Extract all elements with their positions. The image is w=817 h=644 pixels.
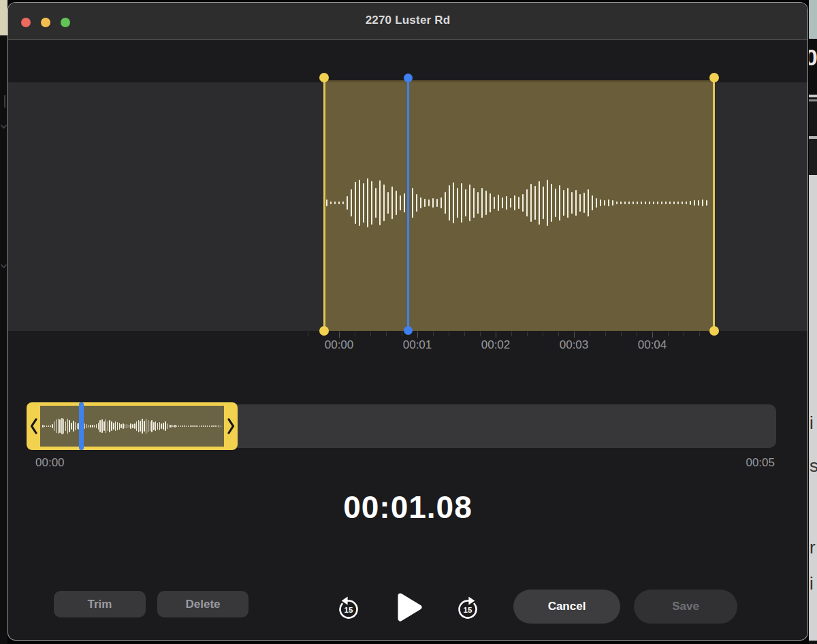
waveform-bar	[65, 421, 67, 431]
waveform-bar	[404, 193, 405, 212]
overview-playhead[interactable]	[79, 402, 84, 450]
waveform-bar	[616, 202, 618, 204]
ruler-minor-tick	[511, 332, 512, 336]
waveform-bar	[48, 425, 49, 427]
waveform-bar	[117, 422, 118, 430]
trim-handle-right-top-dot[interactable]	[709, 73, 719, 82]
trim-handle-left-bottom-dot[interactable]	[319, 326, 329, 336]
waveform-bar	[127, 424, 128, 429]
background-content-fragment	[809, 101, 817, 136]
waveform-bar	[396, 191, 397, 215]
trim-handle-right[interactable]	[713, 78, 715, 331]
waveform-bar	[84, 423, 86, 429]
waveform-bar	[653, 202, 654, 204]
cancel-button[interactable]: Cancel	[513, 590, 620, 624]
waveform-bar	[367, 178, 368, 227]
waveform-bar	[109, 420, 110, 432]
waveform-bar	[123, 423, 124, 429]
overview-left-handle[interactable]	[27, 402, 40, 450]
waveform-bar	[383, 184, 385, 221]
waveform-bar	[436, 199, 438, 207]
waveform-bar	[169, 425, 170, 428]
waveform-bar	[347, 196, 348, 210]
waveform-bar	[563, 190, 564, 215]
waveform-bar	[494, 197, 495, 209]
waveform-bar	[138, 420, 140, 433]
ruler-minor-tick	[370, 332, 371, 336]
waveform-bar	[665, 202, 667, 204]
waveform-bar	[498, 195, 499, 210]
waveform-bar	[94, 425, 95, 428]
waveform-bar	[221, 425, 222, 427]
waveform-bar	[596, 198, 597, 208]
waveform-bar	[661, 202, 662, 204]
waveform-bar	[211, 425, 212, 427]
waveform-bar	[530, 184, 532, 222]
ruler-minor-tick	[543, 332, 543, 336]
waveform-bar	[161, 423, 162, 429]
ruler-minor-tick	[433, 332, 434, 336]
waveform-bar	[628, 202, 630, 204]
waveform-bar	[54, 421, 55, 430]
waveform-bar	[136, 421, 138, 430]
ruler-label: 00:00	[312, 338, 366, 352]
delete-button[interactable]: Delete	[157, 591, 249, 617]
waveform-bar	[677, 202, 679, 204]
waveform-bar	[163, 423, 164, 430]
ruler-minor-tick	[621, 332, 622, 336]
clipped-letter: i	[810, 413, 814, 434]
ruler-minor-tick	[355, 332, 355, 336]
ruler-major-tick	[496, 332, 496, 338]
overview-start-time: 00:00	[35, 456, 65, 470]
waveform-bar	[375, 188, 377, 217]
waveform-bar	[205, 425, 206, 427]
chevron-down-icon	[1, 264, 7, 269]
ruler-minor-tick	[480, 332, 481, 336]
waveform-bar	[342, 202, 344, 204]
playhead[interactable]	[407, 78, 409, 331]
overview-waveform	[42, 406, 222, 447]
waveform-bar	[330, 202, 332, 204]
waveform-bar	[424, 199, 426, 208]
background-divider	[809, 95, 817, 97]
waveform-bar	[539, 181, 540, 224]
waveform-bar	[56, 419, 57, 433]
overview-selection[interactable]	[27, 402, 238, 450]
svg-text:15: 15	[464, 606, 472, 614]
waveform-bar	[567, 188, 568, 219]
trim-handle-left[interactable]	[323, 78, 325, 331]
chevron-down-icon	[1, 125, 7, 129]
waveform-bar	[111, 421, 112, 432]
waveform-bar	[481, 188, 483, 217]
save-button[interactable]: Save	[634, 590, 737, 624]
background-content-fragment	[0, 0, 7, 35]
waveform	[326, 178, 711, 227]
playhead-bottom-dot[interactable]	[404, 326, 413, 335]
trim-handle-left-top-dot[interactable]	[319, 73, 329, 82]
overview-right-handle[interactable]	[224, 402, 238, 450]
trim-button[interactable]: Trim	[54, 591, 146, 617]
waveform-bar	[588, 189, 589, 216]
waveform-bar	[641, 202, 642, 204]
background-content-fragment	[809, 139, 817, 175]
waveform-bar	[416, 194, 417, 211]
waveform-bar	[195, 425, 197, 427]
waveform-bar	[543, 187, 544, 220]
play-button[interactable]	[396, 592, 423, 623]
waveform-bar	[153, 422, 155, 430]
waveform-bar	[132, 424, 133, 428]
waveform-bar	[432, 198, 434, 208]
waveform-bar	[191, 425, 193, 427]
waveform-bar	[199, 425, 201, 427]
waveform-bar	[142, 419, 143, 433]
ruler-label: 00:01	[390, 338, 445, 352]
skip-back-15-button[interactable]: 15	[336, 594, 362, 622]
trim-handle-right-bottom-dot[interactable]	[709, 326, 719, 336]
waveform-bar	[469, 184, 470, 221]
background-content-fragment: isri	[809, 175, 817, 641]
waveform-bar	[522, 194, 524, 211]
playhead-top-dot[interactable]	[404, 74, 413, 82]
waveform-bar	[657, 202, 658, 204]
skip-forward-15-button[interactable]: 15	[455, 594, 481, 622]
waveform-bar	[579, 194, 581, 211]
